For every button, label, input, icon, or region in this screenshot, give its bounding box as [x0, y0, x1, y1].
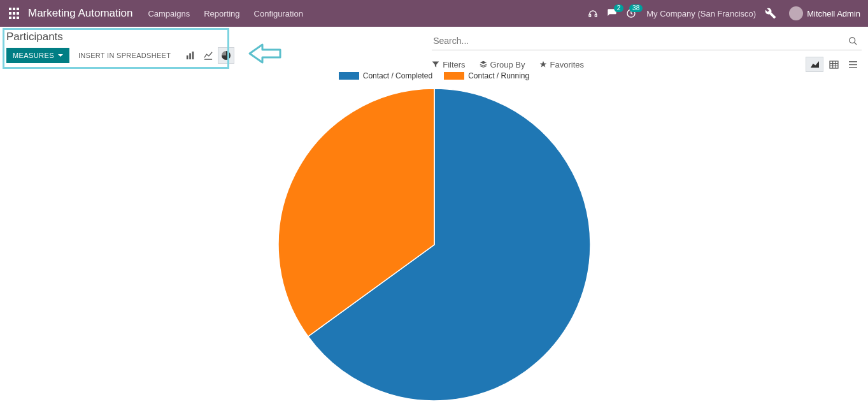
search-bar: [432, 32, 862, 50]
favorites-button[interactable]: Favorites: [539, 60, 584, 69]
groupby-label: Group By: [490, 60, 525, 69]
pie-chart: [0, 85, 868, 404]
search-input[interactable]: [432, 33, 844, 48]
svg-rect-1: [595, 14, 597, 17]
control-panel-right: Filters Group By Favorites: [234, 31, 862, 72]
groupby-button[interactable]: Group By: [480, 60, 525, 69]
legend-swatch: [444, 72, 464, 80]
control-panel-left: Participants MEASURES INSERT IN SPREADSH…: [6, 31, 234, 64]
svg-line-7: [854, 42, 857, 45]
bar-chart-button[interactable]: [182, 47, 199, 64]
layers-icon: [480, 61, 487, 68]
svg-point-6: [850, 37, 855, 43]
measures-label: MEASURES: [13, 52, 54, 59]
legend-label: Contact / Completed: [363, 71, 432, 80]
graph-toolbar: MEASURES INSERT IN SPREADSHEET: [6, 47, 234, 64]
svg-rect-5: [192, 52, 194, 59]
filter-row: Filters Group By Favorites: [432, 57, 862, 72]
app-brand: Marketing Automation: [28, 7, 132, 20]
line-chart-button[interactable]: [200, 47, 217, 64]
insert-in-spreadsheet-button[interactable]: INSERT IN SPREADSHEET: [73, 48, 176, 63]
pie-chart-icon: [222, 51, 231, 60]
list-view-button[interactable]: [844, 57, 862, 72]
activities-badge: 38: [629, 4, 643, 12]
breadcrumb[interactable]: Participants: [6, 31, 234, 43]
user-name: Mitchell Admin: [807, 9, 860, 18]
filters-label: Filters: [443, 60, 465, 69]
star-icon: [539, 61, 547, 68]
legend-label: Contact / Running: [468, 71, 529, 80]
line-chart-icon: [204, 51, 213, 60]
nav-item-configuration[interactable]: Configuration: [254, 9, 303, 18]
svg-rect-8: [830, 61, 838, 68]
company-selector[interactable]: My Company (San Francisco): [646, 9, 756, 18]
caret-down-icon: [58, 54, 63, 57]
area-chart-icon: [810, 61, 820, 69]
view-switcher: [806, 57, 862, 72]
nav-item-campaigns[interactable]: Campaigns: [148, 9, 190, 18]
bar-chart-icon: [186, 51, 195, 60]
svg-rect-4: [189, 54, 191, 60]
favorites-label: Favorites: [550, 60, 584, 69]
chart-area: Contact / Completed Contact / Running: [0, 68, 868, 404]
svg-rect-3: [187, 55, 189, 59]
user-menu[interactable]: Mitchell Admin: [785, 6, 860, 20]
support-icon[interactable]: [588, 8, 598, 18]
chat-badge: 2: [614, 4, 624, 12]
chat-icon[interactable]: 2: [607, 8, 617, 18]
legend-swatch: [339, 72, 359, 80]
search-icon[interactable]: [844, 36, 862, 46]
legend-item-1[interactable]: Contact / Running: [444, 71, 529, 80]
svg-rect-0: [589, 14, 591, 17]
debug-icon[interactable]: [765, 8, 776, 19]
chart-type-group: [182, 47, 234, 64]
legend-item-0[interactable]: Contact / Completed: [339, 71, 432, 80]
annotation-arrow-icon: [248, 42, 283, 65]
control-panel: Participants MEASURES INSERT IN SPREADSH…: [0, 27, 868, 68]
graph-view-button[interactable]: [806, 57, 823, 72]
funnel-icon: [432, 61, 439, 68]
measures-button[interactable]: MEASURES: [6, 48, 69, 63]
pivot-view-button[interactable]: [825, 57, 843, 72]
activities-icon[interactable]: 38: [626, 8, 636, 18]
filters-button[interactable]: Filters: [432, 60, 465, 69]
list-icon: [848, 61, 858, 69]
nav-item-reporting[interactable]: Reporting: [204, 9, 239, 18]
avatar: [789, 6, 803, 20]
pie-chart-button[interactable]: [218, 47, 234, 64]
pivot-icon: [829, 61, 839, 69]
apps-menu-button[interactable]: [8, 7, 20, 20]
main-navbar: Marketing Automation Campaigns Reporting…: [0, 0, 868, 27]
